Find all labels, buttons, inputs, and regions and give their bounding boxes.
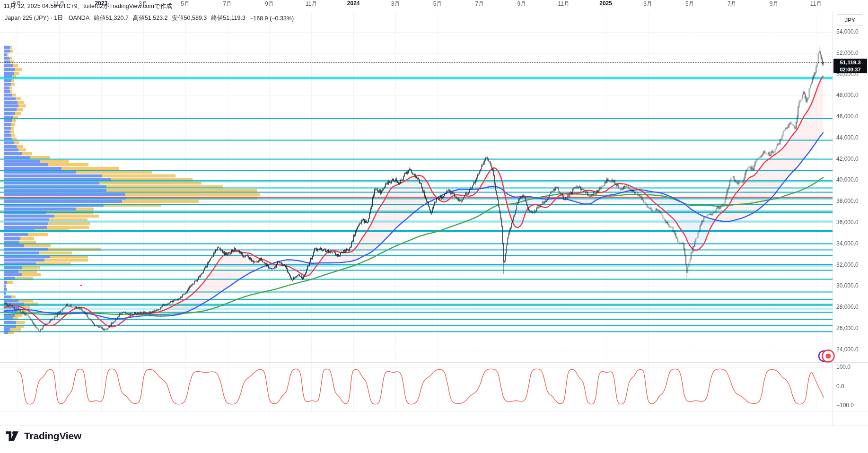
tradingview-logo-icon <box>6 430 20 442</box>
last-price-badge[interactable]: 51,119.3 <box>833 59 867 66</box>
price-tick-label: 46,000.0 <box>836 113 859 120</box>
time-tick-label: 5月 <box>181 0 190 8</box>
time-tick-label: 3月 <box>643 0 652 8</box>
time-tick-label: 9月 <box>265 0 274 8</box>
price-tick-label: 26,000.0 <box>836 325 859 331</box>
change-value: −168.9 (−0.33%) <box>250 15 294 22</box>
price-tick-label: 32,000.0 <box>836 261 859 268</box>
price-tick-label: 48,000.0 <box>836 92 859 98</box>
price-tick-label: 42,000.0 <box>836 156 859 162</box>
time-tick-label: 5月 <box>433 0 442 8</box>
time-tick-label: 3月 <box>391 0 400 8</box>
price-tick-label: 28,000.0 <box>836 304 859 310</box>
price-tick-label: 36,000.0 <box>836 219 859 226</box>
time-tick-label: 7月 <box>223 0 232 8</box>
low-value: 安値50,589.3 <box>172 14 207 22</box>
price-tick-label: 34,000.0 <box>836 240 859 247</box>
time-tick-label: 2025 <box>599 0 612 7</box>
time-tick-label: 9月 <box>517 0 526 8</box>
high-value: 高値51,523.2 <box>133 14 168 22</box>
price-tick-label: 52,000.0 <box>836 50 859 56</box>
close-value: 終値51,119.3 <box>211 14 245 22</box>
price-tick-label: 44,000.0 <box>836 134 859 141</box>
price-tick-label: 54,000.0 <box>836 28 859 35</box>
price-tick-label: 40,000.0 <box>836 176 859 183</box>
bar-countdown-badge: 02:00:37 <box>833 66 867 73</box>
time-tick-label: 11月 <box>558 0 569 8</box>
oscillator-tick-label: 0.0 <box>836 383 844 390</box>
symbol-legend[interactable]: Japan 225 (JPY) · 1日 · OANDA 始値51,320.7 … <box>5 14 294 22</box>
currency-toggle-jpy[interactable]: JPY <box>837 14 863 26</box>
symbol-title: Japan 225 (JPY) · 1日 · OANDA <box>5 14 89 22</box>
tradingview-logo[interactable]: TradingView <box>6 430 81 442</box>
price-chart-canvas[interactable] <box>0 0 868 453</box>
time-tick-label: 5月 <box>685 0 694 8</box>
oscillator-tick-label: 100.0 <box>836 364 850 370</box>
time-tick-label: 9月 <box>770 0 779 8</box>
time-tick-label: 2024 <box>347 0 360 7</box>
price-tick-label: 30,000.0 <box>836 282 859 289</box>
time-tick-label: 11月 <box>810 0 822 8</box>
tradingview-chart-page: 11月 12, 2025 04:59 UTC+9、tuiteru2がTradin… <box>0 0 868 453</box>
attribution-text: 11月 12, 2025 04:59 UTC+9、tuiteru2がTradin… <box>4 2 172 10</box>
time-tick-label: 7月 <box>728 0 736 8</box>
price-tick-label: 38,000.0 <box>836 198 859 204</box>
price-tick-label: 24,000.0 <box>836 346 859 353</box>
time-tick-label: 7月 <box>475 0 484 8</box>
tradingview-logo-text: TradingView <box>24 430 81 442</box>
open-value: 始値51,320.7 <box>94 14 129 22</box>
time-tick-label: 11月 <box>306 0 317 8</box>
oscillator-tick-label: −100.0 <box>836 402 854 409</box>
